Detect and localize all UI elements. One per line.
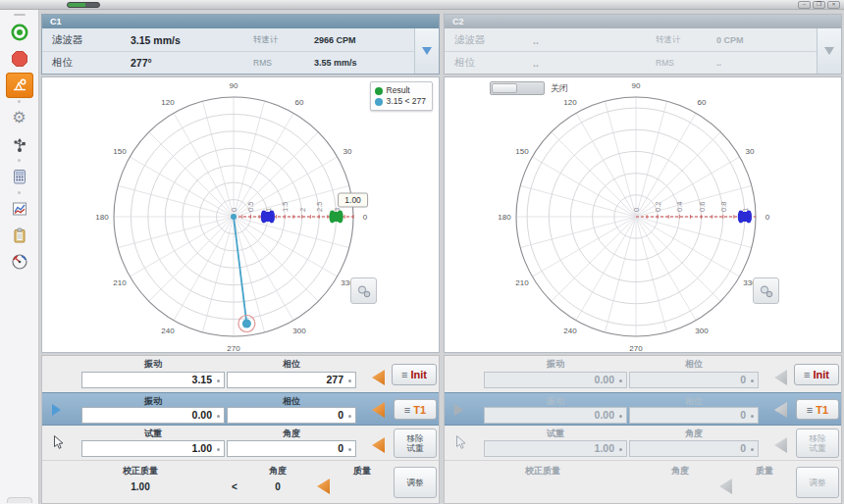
report-clipboard-icon[interactable] — [6, 223, 33, 248]
filter-label: 滤波器 — [42, 33, 131, 47]
restore-icon[interactable]: ❐ — [813, 1, 825, 9]
svg-text:150: 150 — [515, 147, 529, 156]
c1-panel-title: C1 — [42, 15, 439, 28]
correction-angle-value: 0 — [248, 481, 307, 492]
minimize-icon[interactable]: – — [798, 1, 811, 9]
correction-mass-value: 1.00 — [81, 481, 199, 492]
angle-label: 角度 — [227, 428, 356, 440]
close-icon[interactable]: × — [827, 1, 840, 9]
sidebar-separator — [18, 100, 21, 103]
gauge-icon[interactable] — [6, 249, 33, 275]
svg-text:300: 300 — [292, 327, 306, 335]
remove-trial-weight-button[interactable]: 移除试重 — [394, 428, 437, 458]
svg-text:90: 90 — [230, 81, 238, 90]
vibration-input[interactable]: 0.00 — [81, 407, 225, 424]
t1-button[interactable]: ≡T1 — [796, 399, 839, 420]
phase-input[interactable]: 277 — [227, 372, 356, 388]
spinner-dot-icon — [751, 448, 754, 451]
svg-text:0: 0 — [363, 213, 368, 222]
rms-label: RMS — [253, 58, 314, 68]
calculator-icon[interactable] — [6, 164, 33, 189]
spinner-dot-icon — [619, 379, 622, 382]
legend-label-result: Result — [387, 85, 410, 96]
menu-icon: ≡ — [807, 405, 813, 415]
channel-toggle-switch[interactable] — [490, 81, 545, 95]
c2-trial-weight-row: 试重 角度 1.00 0 移除试重 — [445, 426, 841, 461]
phase-input[interactable]: 0 — [227, 407, 356, 424]
c1-header-values: 滤波器 3.15 mm/s 转速计 2966 CPM 相位 277° RMS 3… — [42, 28, 414, 74]
c2-polar-chart-box: 00.20.40.60.8103060901201501802102402703… — [444, 76, 842, 353]
svg-text:210: 210 — [515, 278, 529, 287]
adjust-button[interactable]: 调整 — [394, 467, 437, 498]
mass-label: 质量 — [745, 465, 784, 478]
spinner-dot-icon — [619, 415, 622, 418]
c1-polar-chart-box: 00.511.522.53030609012015018021024027030… — [41, 76, 440, 353]
svg-text:270: 270 — [629, 344, 643, 353]
balancing-icon[interactable] — [6, 73, 33, 98]
toggle-label: 关闭 — [551, 82, 568, 95]
sidebar-separator — [18, 159, 21, 162]
menu-icon: ≡ — [404, 405, 410, 415]
svg-text:0.5: 0.5 — [246, 202, 255, 212]
angle-input[interactable]: 0 — [227, 440, 356, 457]
phase-input: 0 — [629, 372, 759, 388]
svg-text:150: 150 — [113, 147, 127, 156]
chart-options-button[interactable] — [753, 277, 779, 304]
c1-expand-button[interactable] — [414, 28, 439, 74]
window-controls: – ❐ × — [798, 1, 840, 9]
menu-icon: ≡ — [804, 370, 810, 379]
trend-chart-icon[interactable] — [6, 196, 33, 222]
svg-text:2: 2 — [298, 208, 307, 212]
sidebar-resize-grip[interactable] — [7, 497, 32, 503]
t1-button[interactable]: ≡T1 — [394, 399, 437, 420]
compare-symbol: < — [225, 481, 244, 492]
svg-text:120: 120 — [161, 98, 175, 107]
polar-chart: 00.511.522.53030609012015018021024027030… — [42, 77, 439, 352]
stop-icon[interactable] — [6, 46, 33, 72]
init-button[interactable]: ≡Init — [794, 364, 839, 385]
vibration-input: 0.00 — [484, 372, 627, 388]
svg-text:270: 270 — [227, 344, 240, 353]
c2-expand-button[interactable] — [817, 28, 841, 74]
sidebar-grip[interactable] — [14, 14, 26, 16]
trial-weight-input: 1.00 — [484, 440, 627, 457]
spinner-dot-icon — [348, 415, 351, 418]
cursor-icon — [454, 434, 467, 450]
svg-text:60: 60 — [295, 98, 304, 107]
spinner-dot-icon — [751, 379, 754, 382]
c2-control-block: 振动 相位 0.00 0 ≡Init 振动 相位 0.00 0 ≡T1 试重 — [444, 355, 842, 504]
correction-mass-label: 校正质量 — [484, 465, 602, 478]
spinner-dot-icon — [348, 379, 351, 382]
legend-dot-result — [375, 87, 383, 95]
adjust-button: 调整 — [796, 467, 839, 498]
apply-arrow-icon — [774, 370, 787, 385]
record-icon[interactable] — [6, 20, 33, 45]
phase-label: 相位 — [42, 56, 131, 70]
toggle-knob — [492, 83, 517, 93]
settings-gear-icon[interactable]: ⚙ — [6, 105, 33, 130]
vibration-input[interactable]: 3.15 — [81, 372, 225, 388]
init-button[interactable]: ≡Init — [392, 364, 437, 385]
apply-arrow-icon[interactable] — [372, 402, 385, 418]
angle-label: 角度 — [629, 428, 759, 440]
spinner-dot-icon — [217, 379, 220, 382]
play-arrow-icon — [52, 404, 61, 416]
rms-value: .. — [716, 58, 810, 68]
vibration-input: 0.00 — [484, 407, 627, 424]
remove-trial-weight-button: 移除试重 — [796, 428, 839, 458]
apply-arrow-icon[interactable] — [372, 370, 385, 385]
chart-options-button[interactable] — [350, 277, 377, 304]
angle-label: 角度 — [248, 465, 307, 478]
sidebar-toolbar: ⚙ — [0, 10, 39, 504]
apply-arrow-icon[interactable] — [372, 437, 385, 453]
trial-weight-input[interactable]: 1.00 — [81, 440, 225, 457]
phase-input: 0 — [629, 407, 759, 424]
titlebar-progress-indicator — [67, 2, 100, 8]
c1-t1-row: 振动 相位 0.00 0 ≡T1 — [42, 392, 439, 426]
c1-init-row: 振动 相位 3.15 277 ≡Init — [42, 356, 439, 392]
angle-input: 0 — [629, 440, 759, 457]
c2-header-values: 滤波器 .. 转速计 0 CPM 相位 .. RMS .. — [445, 28, 817, 74]
apply-arrow-icon[interactable] — [317, 479, 330, 494]
usb-icon[interactable] — [6, 131, 33, 157]
c2-init-row: 振动 相位 0.00 0 ≡Init — [445, 356, 841, 392]
